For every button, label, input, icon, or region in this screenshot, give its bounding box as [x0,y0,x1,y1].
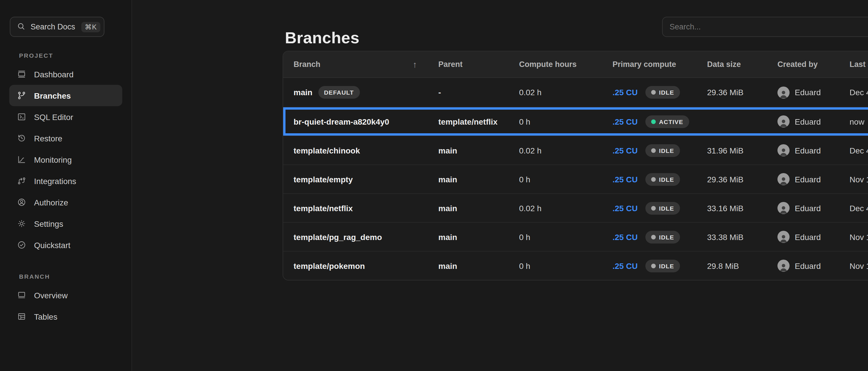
created-by-name: Eduard [795,261,821,270]
column-header-branch[interactable]: Branch ↑ [293,59,438,69]
parent-branch: main [438,204,519,213]
branch-name: template/pokemon [293,261,365,270]
sidebar-item-tables[interactable]: Tables [9,306,122,327]
parent-branch: template/netflix [438,117,519,126]
avatar [777,260,789,272]
search-docs-label: Search Docs [31,23,76,31]
branch-name: br-quiet-dream-a820k4y0 [293,117,389,126]
sidebar-item-monitoring[interactable]: Monitoring [9,149,122,170]
created-by-cell: Eduard [777,173,849,185]
primary-compute-cell: .25 CU IDLE [613,144,707,157]
compute-units-link[interactable]: .25 CU [613,232,638,242]
sidebar-item-sql-editor[interactable]: SQL Editor [9,106,122,127]
table-row[interactable]: template/chinook main 0.02 h .25 CU IDLE… [283,135,868,164]
compute-hours-value: 0.02 h [519,88,613,97]
last-active-value: Dec 4, 2024 8:55 am [849,204,868,213]
table-row[interactable]: template/pokemon main 0 h .25 CU IDLE 29… [283,251,868,280]
sidebar-item-settings[interactable]: Settings [9,213,122,234]
avatar [777,144,789,156]
column-header-created-by[interactable]: Created by [777,60,849,69]
status-badge: IDLE [645,202,680,214]
last-active-value: Nov 13, 2024 9:43 am [849,261,868,270]
status-dot-icon [651,206,655,210]
last-active-value: Nov 13, 2024 9:44 am [849,232,868,242]
created-by-name: Eduard [795,146,821,155]
created-by-name: Eduard [795,117,821,126]
sidebar-item-label: Quickstart [34,240,70,250]
created-by-name: Eduard [795,88,821,97]
primary-compute-cell: .25 CU IDLE [613,202,707,214]
status-label: ACTIVE [659,118,683,125]
branch-name: template/pg_rag_demo [293,232,382,242]
sidebar-section-project: PROJECT [19,52,122,59]
status-dot-icon [651,177,655,182]
last-active-value: Dec 4, 2024 8:56 am [849,146,868,155]
page-title: Branches [285,29,359,47]
user-circle-icon [16,197,27,208]
sql-editor-icon [16,112,27,122]
column-header-primary-compute[interactable]: Primary compute [613,60,707,69]
column-header-last-active[interactable]: Last active [849,60,868,69]
data-size-value: 31.96 MiB [707,146,777,155]
primary-compute-cell: .25 CU IDLE [613,259,707,272]
status-dot-icon [651,148,655,153]
sidebar-item-quickstart[interactable]: Quickstart [9,234,122,256]
compute-units-link[interactable]: .25 CU [613,261,638,270]
branch-cell: template/netflix [293,204,438,213]
branches-search-input[interactable] [662,17,868,37]
sidebar-item-label: Authorize [34,197,68,207]
compute-hours-value: 0 h [519,117,613,126]
table-row[interactable]: br-quiet-dream-a820k4y0 template/netflix… [283,107,868,135]
sidebar-item-label: Restore [34,133,62,143]
sort-asc-icon[interactable]: ↑ [413,59,417,69]
compute-units-link[interactable]: .25 CU [613,117,638,126]
data-size-value: 33.38 MiB [707,232,777,242]
branch-cell: template/empty [293,175,438,184]
created-by-cell: Eduard [777,202,849,214]
table-row[interactable]: template/pg_rag_demo main 0 h .25 CU IDL… [283,222,868,251]
compute-units-link[interactable]: .25 CU [613,175,638,184]
sidebar-item-integrations[interactable]: Integrations [9,170,122,191]
status-dot-icon [651,119,655,124]
compute-hours-value: 0 h [519,175,613,184]
sidebar-item-authorize[interactable]: Authorize [9,191,122,213]
sidebar-item-label: Dashboard [34,69,73,79]
sidebar-item-label: Overview [34,290,68,300]
table-row[interactable]: main DEFAULT - 0.02 h .25 CU IDLE 29.36 … [283,78,868,107]
compute-hours-value: 0 h [519,261,613,270]
column-header-parent[interactable]: Parent [438,60,519,69]
compute-units-link[interactable]: .25 CU [613,146,638,155]
search-docs-button[interactable]: Search Docs ⌘K [10,17,104,37]
table-row[interactable]: template/empty main 0 h .25 CU IDLE 29.3… [283,164,868,193]
status-dot-icon [651,264,655,268]
branches-table: Branch ↑ Parent Compute hours Primary co… [283,51,868,280]
created-by-cell: Eduard [777,144,849,156]
sidebar-item-label: Tables [34,312,57,321]
status-badge: IDLE [645,173,680,185]
primary-compute-cell: .25 CU IDLE [613,86,707,99]
compute-units-link[interactable]: .25 CU [613,88,638,97]
data-size-value: 29.36 MiB [707,88,777,97]
sidebar-item-label: Integrations [34,176,76,185]
parent-branch: main [438,146,519,155]
status-badge: ACTIVE [645,115,689,128]
compute-hours-value: 0.02 h [519,146,613,155]
monitoring-chart-icon [16,154,27,165]
branch-cell: template/chinook [293,146,438,155]
sidebar-item-restore[interactable]: Restore [9,127,122,149]
sidebar-item-overview[interactable]: Overview [9,284,122,306]
created-by-cell: Eduard [777,86,849,98]
column-header-compute-hours[interactable]: Compute hours [519,60,613,69]
compute-units-link[interactable]: .25 CU [613,204,638,213]
sidebar-item-branches[interactable]: Branches [9,85,122,106]
sidebar-item-label: Settings [34,219,63,228]
table-row[interactable]: template/netflix main 0.02 h .25 CU IDLE… [283,193,868,222]
column-header-data-size[interactable]: Data size [707,60,777,69]
status-dot-icon [651,235,655,239]
sidebar-item-dashboard[interactable]: Dashboard [9,63,122,85]
check-circle-icon [16,240,27,250]
parent-branch: main [438,175,519,184]
gear-icon [16,218,27,229]
avatar [777,86,789,98]
created-by-name: Eduard [795,232,821,242]
